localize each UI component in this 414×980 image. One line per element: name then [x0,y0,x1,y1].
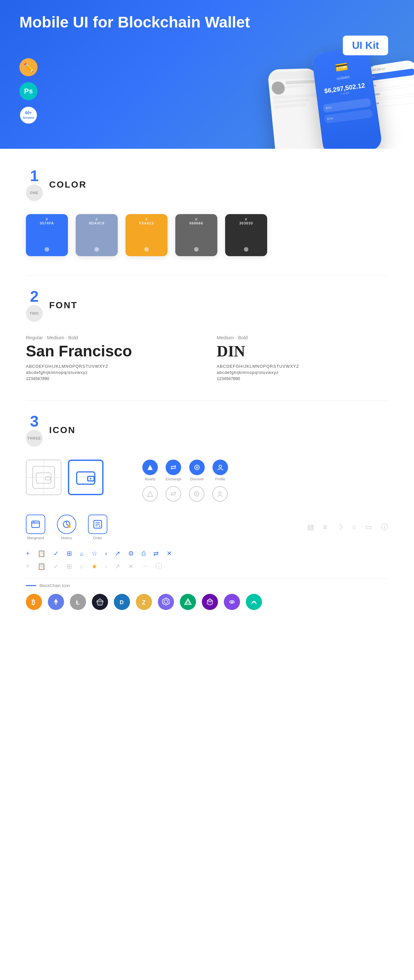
font-number-big: 2 [30,289,39,304]
star-icon: ☆ [92,549,97,557]
icon-discover: Discover [189,460,205,481]
font-grid: Regular · Medium · Bold San Francisco AB… [26,335,388,381]
ps-badge: Ps [19,82,38,100]
font-din-numbers: 1234567890 [217,376,388,381]
hero-title-bold: Wallet [205,14,250,31]
crystal-icon [202,594,218,610]
crypto-row: ₿ Ł [26,594,388,610]
swatch-blue: #3574FA [26,214,68,256]
blockchain-label: BlockChain Icon [26,583,388,588]
settings-icon: ⚙ [128,549,134,557]
misc-moon-icon: ☽ [336,523,343,531]
color-section-header: 1 ONE COLOR [26,168,388,201]
icon-management: Mangment [26,515,45,540]
swap-icon: ⇄ [153,549,159,557]
svg-text:₿: ₿ [32,599,35,606]
ltc-svg: Ł [73,597,83,606]
divider-1 [26,275,388,276]
screens-badge: 60+Screens [19,106,38,124]
skycoin-icon [246,594,262,610]
icon-profile: Profile [212,460,228,481]
svg-marker-28 [97,599,103,605]
icon-colored-group: Assets Exchange [142,460,228,502]
safekey-icon [180,594,196,610]
sketch-icon: ✏️ [23,62,33,72]
icon-section: 3 THREE ICON [26,414,388,610]
close-x-icon: ✕ [128,562,134,570]
search-outline-icon: ⌕ [80,562,84,570]
swatch-blue-code: #3574FA [26,217,68,225]
bitcoin-icon: ₿ [26,594,42,610]
history-circle: ! [57,515,76,534]
misc-message-icon: ▭ [365,523,372,531]
discover-circle [189,460,205,475]
icon-number-big: 3 [30,414,39,429]
hero-title: Mobile UI for Blockchain Wallet [19,13,250,32]
icon-title: ICON [49,425,76,435]
color-swatches-container: #3574FA #8DA0C8 #F5A623 #666666 #303030 [26,214,388,256]
discover-outline-svg [193,490,200,498]
exchange-label: Exchange [166,477,182,481]
management-label: Mangment [27,536,44,540]
forward-icon: → [141,562,148,570]
profile-outline-circle [212,486,228,502]
svg-marker-9 [148,491,153,496]
dash-svg: D [118,597,126,606]
svg-point-4 [90,478,92,480]
font-din-style: Medium · Bold [217,335,388,340]
icon-wallet-blue [68,460,104,495]
plus-outline-icon: + [26,562,30,570]
close-icon: ✕ [167,549,172,557]
check-outline-icon: ✓ [53,562,59,570]
assets-svg [146,464,154,471]
swatch-gray: #666666 [175,214,217,256]
font-sf-lower: abcdefghijklmnopqrstuvwxyz [26,370,197,375]
share-icon: ↗ [115,549,120,557]
svg-marker-34 [185,599,191,605]
discover-label: Discover [190,477,204,481]
exchange-outline-svg [170,490,177,498]
font-section-num: 2 TWO [26,289,43,322]
qr-icon: ⊞ [67,549,72,557]
icon-outline-row [142,486,228,502]
profile-circle [212,460,228,475]
icon-small-row-1: + 📋 ✓ ⊞ ⌕ ☆ ‹ ↗ ⚙ ⎙ ⇄ ✕ [26,549,388,557]
crystal-svg [205,597,215,606]
back-outline-icon: ‹ [105,562,107,570]
phone-center: 💳 myWallet $6,297,502.12 +12.5% BTC ETH [312,45,383,149]
misc-info-icon: ⓘ [381,522,388,532]
swatch-gray-code: #666666 [175,217,217,225]
plus-icon: + [26,550,30,557]
history-label: History [61,536,72,540]
icon-colored-top-row: Assets Exchange [142,460,228,481]
svg-rect-13 [32,521,40,528]
matic-icon: M [224,594,240,610]
screens-count: 60+Screens [23,111,34,120]
icon-main-row: Assets Exchange [26,460,388,502]
assets-label: Assets [145,477,155,481]
icon-discover-outline [189,486,204,502]
sketch-badge: ✏️ [19,58,38,76]
qr-outline-icon: ⊞ [67,562,72,570]
svg-point-8 [219,465,221,468]
swatch-dark-dot [244,247,248,251]
edit-icon: 📋 [38,549,46,557]
color-section-num: 1 ONE [26,168,43,201]
swatch-grayblue: #8DA0C8 [76,214,118,256]
color-number-label: ONE [26,185,43,201]
misc-circle-icon: ○ [352,523,356,531]
icon-section-header: 3 THREE ICON [26,414,388,447]
color-title: COLOR [49,180,87,190]
font-number-label: TWO [26,305,43,322]
safekey-svg [183,597,193,606]
management-box [26,515,45,534]
share-outline-icon: ↗ [115,562,120,570]
swatch-grayblue-dot [94,247,99,251]
font-sf-upper: ABCDEFGHIJKLMNOPQRSTUVWXYZ [26,364,197,369]
phone-screen-center: 💳 myWallet $6,297,502.12 +12.5% BTC ETH [312,45,383,149]
exchange-svg [170,464,177,471]
misc-chat-icon: ▤ [307,523,314,531]
litecoin-icon: Ł [70,594,86,610]
svg-point-7 [196,467,197,468]
assets-circle [142,460,158,475]
